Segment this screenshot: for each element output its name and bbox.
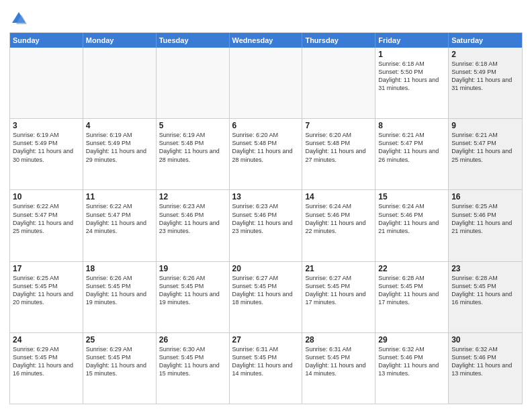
- calendar-row: 1Sunrise: 6:18 AM Sunset: 5:50 PM Daylig…: [10, 48, 522, 118]
- day-number: 30: [451, 335, 519, 345]
- calendar-cell: 24Sunrise: 6:29 AM Sunset: 5:45 PM Dayli…: [10, 333, 83, 404]
- day-info: Sunrise: 6:26 AM Sunset: 5:45 PM Dayligh…: [159, 274, 226, 307]
- calendar-cell: 5Sunrise: 6:19 AM Sunset: 5:48 PM Daylig…: [157, 119, 230, 189]
- calendar-cell: 2Sunrise: 6:18 AM Sunset: 5:49 PM Daylig…: [449, 48, 522, 118]
- calendar-cell: 22Sunrise: 6:28 AM Sunset: 5:45 PM Dayli…: [375, 262, 449, 332]
- day-info: Sunrise: 6:21 AM Sunset: 5:47 PM Dayligh…: [451, 131, 519, 164]
- header: [9, 7, 523, 28]
- day-info: Sunrise: 6:26 AM Sunset: 5:45 PM Dayligh…: [86, 274, 153, 307]
- day-number: 9: [451, 121, 519, 130]
- calendar-body: 1Sunrise: 6:18 AM Sunset: 5:50 PM Daylig…: [10, 48, 522, 404]
- day-info: Sunrise: 6:19 AM Sunset: 5:49 PM Dayligh…: [86, 131, 153, 164]
- page: SundayMondayTuesdayWednesdayThursdayFrid…: [0, 0, 532, 411]
- calendar-cell: 30Sunrise: 6:32 AM Sunset: 5:46 PM Dayli…: [449, 333, 522, 404]
- calendar-cell: [83, 48, 157, 118]
- calendar-cell: 18Sunrise: 6:26 AM Sunset: 5:45 PM Dayli…: [83, 262, 157, 332]
- day-number: 19: [159, 264, 226, 273]
- logo-area: [9, 7, 31, 28]
- day-info: Sunrise: 6:25 AM Sunset: 5:46 PM Dayligh…: [451, 202, 519, 235]
- calendar-cell: [10, 48, 83, 118]
- day-info: Sunrise: 6:32 AM Sunset: 5:46 PM Dayligh…: [451, 345, 519, 378]
- calendar-cell: [157, 48, 230, 118]
- weekday-header: Wednesday: [230, 33, 303, 48]
- day-info: Sunrise: 6:31 AM Sunset: 5:45 PM Dayligh…: [305, 345, 372, 378]
- calendar-cell: 27Sunrise: 6:31 AM Sunset: 5:45 PM Dayli…: [230, 333, 303, 404]
- weekday-header: Tuesday: [157, 33, 230, 48]
- calendar-cell: 15Sunrise: 6:24 AM Sunset: 5:46 PM Dayli…: [375, 190, 449, 261]
- day-info: Sunrise: 6:23 AM Sunset: 5:46 PM Dayligh…: [159, 202, 226, 235]
- day-info: Sunrise: 6:21 AM Sunset: 5:47 PM Dayligh…: [378, 131, 445, 164]
- day-number: 14: [305, 192, 372, 201]
- day-number: 21: [305, 264, 372, 273]
- day-number: 13: [232, 192, 300, 201]
- day-number: 2: [451, 50, 519, 59]
- calendar-row: 24Sunrise: 6:29 AM Sunset: 5:45 PM Dayli…: [10, 332, 522, 404]
- day-number: 3: [13, 121, 80, 130]
- weekday-header: Monday: [83, 33, 157, 48]
- calendar-cell: 7Sunrise: 6:20 AM Sunset: 5:48 PM Daylig…: [302, 119, 375, 189]
- day-number: 24: [13, 335, 80, 345]
- calendar-cell: 20Sunrise: 6:27 AM Sunset: 5:45 PM Dayli…: [230, 262, 303, 332]
- calendar-header: SundayMondayTuesdayWednesdayThursdayFrid…: [10, 33, 522, 48]
- weekday-header: Thursday: [302, 33, 375, 48]
- day-info: Sunrise: 6:27 AM Sunset: 5:45 PM Dayligh…: [305, 274, 372, 307]
- calendar-row: 3Sunrise: 6:19 AM Sunset: 5:49 PM Daylig…: [10, 118, 522, 189]
- calendar-cell: 14Sunrise: 6:24 AM Sunset: 5:46 PM Dayli…: [302, 190, 375, 261]
- calendar-cell: 8Sunrise: 6:21 AM Sunset: 5:47 PM Daylig…: [375, 119, 449, 189]
- calendar-cell: 26Sunrise: 6:30 AM Sunset: 5:45 PM Dayli…: [157, 333, 230, 404]
- calendar-cell: 3Sunrise: 6:19 AM Sunset: 5:49 PM Daylig…: [10, 119, 83, 189]
- day-info: Sunrise: 6:19 AM Sunset: 5:49 PM Dayligh…: [13, 131, 80, 164]
- day-number: 5: [159, 121, 226, 130]
- day-number: 11: [86, 192, 153, 201]
- weekday-header: Saturday: [449, 33, 522, 48]
- calendar-row: 17Sunrise: 6:25 AM Sunset: 5:45 PM Dayli…: [10, 261, 522, 332]
- calendar-cell: 1Sunrise: 6:18 AM Sunset: 5:50 PM Daylig…: [375, 48, 449, 118]
- day-info: Sunrise: 6:29 AM Sunset: 5:45 PM Dayligh…: [86, 345, 153, 378]
- calendar-cell: 28Sunrise: 6:31 AM Sunset: 5:45 PM Dayli…: [302, 333, 375, 404]
- day-info: Sunrise: 6:28 AM Sunset: 5:45 PM Dayligh…: [378, 274, 445, 307]
- day-number: 20: [232, 264, 300, 273]
- calendar-cell: 21Sunrise: 6:27 AM Sunset: 5:45 PM Dayli…: [302, 262, 375, 332]
- calendar-cell: 13Sunrise: 6:23 AM Sunset: 5:46 PM Dayli…: [230, 190, 303, 261]
- day-number: 1: [378, 50, 445, 59]
- day-number: 25: [86, 335, 153, 345]
- day-info: Sunrise: 6:25 AM Sunset: 5:45 PM Dayligh…: [13, 274, 80, 307]
- day-info: Sunrise: 6:29 AM Sunset: 5:45 PM Dayligh…: [13, 345, 80, 378]
- day-number: 12: [159, 192, 226, 201]
- calendar-cell: 6Sunrise: 6:20 AM Sunset: 5:48 PM Daylig…: [230, 119, 303, 189]
- day-number: 29: [378, 335, 445, 345]
- day-info: Sunrise: 6:22 AM Sunset: 5:47 PM Dayligh…: [13, 202, 80, 235]
- day-number: 6: [232, 121, 300, 130]
- calendar-cell: 10Sunrise: 6:22 AM Sunset: 5:47 PM Dayli…: [10, 190, 83, 261]
- logo-icon: [9, 9, 28, 28]
- day-number: 10: [13, 192, 80, 201]
- day-number: 28: [305, 335, 372, 345]
- day-number: 4: [86, 121, 153, 130]
- day-info: Sunrise: 6:27 AM Sunset: 5:45 PM Dayligh…: [232, 274, 300, 307]
- calendar-cell: 25Sunrise: 6:29 AM Sunset: 5:45 PM Dayli…: [83, 333, 157, 404]
- calendar-row: 10Sunrise: 6:22 AM Sunset: 5:47 PM Dayli…: [10, 189, 522, 261]
- weekday-header: Sunday: [10, 33, 83, 48]
- calendar-cell: [230, 48, 303, 118]
- day-info: Sunrise: 6:30 AM Sunset: 5:45 PM Dayligh…: [159, 345, 226, 378]
- calendar-cell: 23Sunrise: 6:28 AM Sunset: 5:45 PM Dayli…: [449, 262, 522, 332]
- day-number: 18: [86, 264, 153, 273]
- day-info: Sunrise: 6:31 AM Sunset: 5:45 PM Dayligh…: [232, 345, 300, 378]
- calendar-cell: 17Sunrise: 6:25 AM Sunset: 5:45 PM Dayli…: [10, 262, 83, 332]
- day-info: Sunrise: 6:24 AM Sunset: 5:46 PM Dayligh…: [378, 202, 445, 235]
- weekday-header: Friday: [375, 33, 449, 48]
- day-number: 27: [232, 335, 300, 345]
- calendar-cell: 11Sunrise: 6:22 AM Sunset: 5:47 PM Dayli…: [83, 190, 157, 261]
- calendar: SundayMondayTuesdayWednesdayThursdayFrid…: [9, 32, 523, 404]
- day-info: Sunrise: 6:18 AM Sunset: 5:49 PM Dayligh…: [451, 60, 519, 93]
- calendar-cell: 9Sunrise: 6:21 AM Sunset: 5:47 PM Daylig…: [449, 119, 522, 189]
- day-info: Sunrise: 6:22 AM Sunset: 5:47 PM Dayligh…: [86, 202, 153, 235]
- calendar-cell: 19Sunrise: 6:26 AM Sunset: 5:45 PM Dayli…: [157, 262, 230, 332]
- day-info: Sunrise: 6:24 AM Sunset: 5:46 PM Dayligh…: [305, 202, 372, 235]
- day-info: Sunrise: 6:18 AM Sunset: 5:50 PM Dayligh…: [378, 60, 445, 93]
- day-info: Sunrise: 6:20 AM Sunset: 5:48 PM Dayligh…: [232, 131, 300, 164]
- day-number: 17: [13, 264, 80, 273]
- day-number: 16: [451, 192, 519, 201]
- day-number: 26: [159, 335, 226, 345]
- day-info: Sunrise: 6:32 AM Sunset: 5:46 PM Dayligh…: [378, 345, 445, 378]
